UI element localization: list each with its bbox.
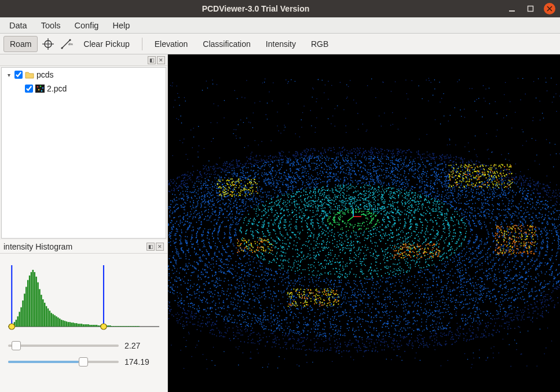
svg-point-1796 <box>434 237 435 239</box>
svg-point-10026 <box>458 338 459 339</box>
measure-distance-button[interactable]: dist <box>58 36 75 52</box>
svg-point-11407 <box>267 287 268 288</box>
minimize-button[interactable] <box>507 3 517 14</box>
menu-data[interactable]: Data <box>3 19 33 32</box>
svg-point-6556 <box>524 213 525 214</box>
tree-root-row[interactable]: ▾ pcds <box>2 68 166 82</box>
max-slider[interactable] <box>8 357 119 367</box>
svg-point-4141 <box>383 294 384 295</box>
svg-point-11478 <box>421 303 422 304</box>
svg-point-8459 <box>187 189 188 190</box>
pointcloud-viewport[interactable] <box>168 54 560 392</box>
svg-point-7509 <box>175 205 176 206</box>
svg-point-9133 <box>491 174 492 175</box>
svg-point-4902 <box>208 212 209 213</box>
histogram-undock-button[interactable]: ◧ <box>147 243 155 251</box>
svg-point-6199 <box>215 285 216 286</box>
expand-arrow-icon[interactable]: ▾ <box>5 72 12 78</box>
svg-point-9207 <box>494 318 495 320</box>
svg-point-4493 <box>357 298 358 299</box>
menu-config[interactable]: Config <box>69 19 105 32</box>
svg-point-381 <box>346 208 347 210</box>
panel-close-button[interactable]: ✕ <box>157 56 165 64</box>
svg-point-3039 <box>470 237 471 239</box>
pick-point-button[interactable] <box>40 36 56 52</box>
svg-point-10717 <box>469 174 470 175</box>
svg-point-3592 <box>388 183 389 184</box>
svg-point-8072 <box>257 321 258 322</box>
svg-point-4964 <box>469 279 470 280</box>
svg-point-7082 <box>175 276 177 277</box>
svg-point-11454 <box>344 335 345 336</box>
svg-point-7613 <box>300 164 301 166</box>
tree-root-checkbox[interactable] <box>14 71 23 79</box>
svg-point-6667 <box>499 286 500 287</box>
svg-point-7673 <box>336 162 338 163</box>
panel-undock-button[interactable]: ◧ <box>148 56 156 64</box>
svg-point-10965 <box>500 252 501 253</box>
svg-point-8512 <box>369 156 370 157</box>
intensity-button[interactable]: Intensity <box>259 36 302 52</box>
svg-point-7560 <box>502 189 503 190</box>
classification-button[interactable]: Classification <box>196 36 257 52</box>
svg-point-2940 <box>235 233 236 234</box>
svg-point-4531 <box>350 175 351 177</box>
roam-button[interactable]: Roam <box>3 36 38 52</box>
svg-point-6408 <box>233 298 235 299</box>
svg-point-2061 <box>369 190 370 192</box>
clear-pickup-button[interactable]: Clear Pickup <box>77 36 136 52</box>
svg-point-9381 <box>324 341 325 342</box>
svg-point-4799 <box>446 287 448 288</box>
svg-point-11061 <box>527 236 528 237</box>
svg-point-1250 <box>290 237 291 239</box>
tree-child-row[interactable]: 2.pcd <box>2 82 166 96</box>
svg-point-11118 <box>331 290 332 291</box>
maximize-button[interactable] <box>525 3 536 14</box>
histogram-close-button[interactable]: ✕ <box>156 243 164 251</box>
close-button[interactable] <box>544 3 555 14</box>
svg-point-11822 <box>254 343 255 344</box>
svg-point-7974 <box>526 199 527 200</box>
svg-point-7526 <box>393 323 394 324</box>
svg-point-3028 <box>418 271 419 272</box>
svg-point-4773 <box>495 263 496 264</box>
svg-point-1880 <box>417 255 418 257</box>
svg-point-1770 <box>274 240 276 241</box>
svg-point-9421 <box>359 153 360 154</box>
svg-point-10706 <box>502 175 503 177</box>
svg-point-3380 <box>471 213 473 214</box>
min-slider[interactable] <box>8 340 119 351</box>
svg-point-7169 <box>445 312 446 313</box>
svg-point-11804 <box>543 307 544 308</box>
tree-child-checkbox[interactable] <box>25 85 33 93</box>
histogram-chart[interactable] <box>8 259 159 335</box>
svg-rect-83 <box>115 326 116 327</box>
svg-point-7946 <box>513 192 514 193</box>
svg-point-2828 <box>314 188 316 189</box>
svg-point-957 <box>354 202 356 203</box>
svg-point-8346 <box>338 334 339 335</box>
layers-tree[interactable]: ▾ pcds 2.pcd <box>1 67 166 239</box>
elevation-button[interactable]: Elevation <box>148 36 195 52</box>
svg-rect-46 <box>52 314 53 327</box>
svg-point-8541 <box>520 190 521 191</box>
svg-point-7575 <box>426 319 427 320</box>
rgb-button[interactable]: RGB <box>305 36 335 52</box>
svg-point-9832 <box>480 164 481 166</box>
svg-point-2750 <box>420 195 421 196</box>
menu-help[interactable]: Help <box>107 19 136 32</box>
svg-point-8321 <box>441 163 442 164</box>
svg-point-9282 <box>557 202 558 203</box>
svg-point-6914 <box>504 195 505 196</box>
min-slider-thumb[interactable] <box>12 341 21 350</box>
svg-point-8414 <box>271 325 272 327</box>
svg-point-4647 <box>248 191 249 192</box>
svg-point-562 <box>364 205 365 206</box>
menu-tools[interactable]: Tools <box>35 19 67 32</box>
svg-point-3954 <box>466 201 467 202</box>
max-slider-thumb[interactable] <box>79 357 88 367</box>
svg-point-9069 <box>290 157 291 159</box>
svg-point-8257 <box>370 160 371 161</box>
svg-point-1945 <box>373 193 374 194</box>
svg-point-6744 <box>471 182 473 184</box>
